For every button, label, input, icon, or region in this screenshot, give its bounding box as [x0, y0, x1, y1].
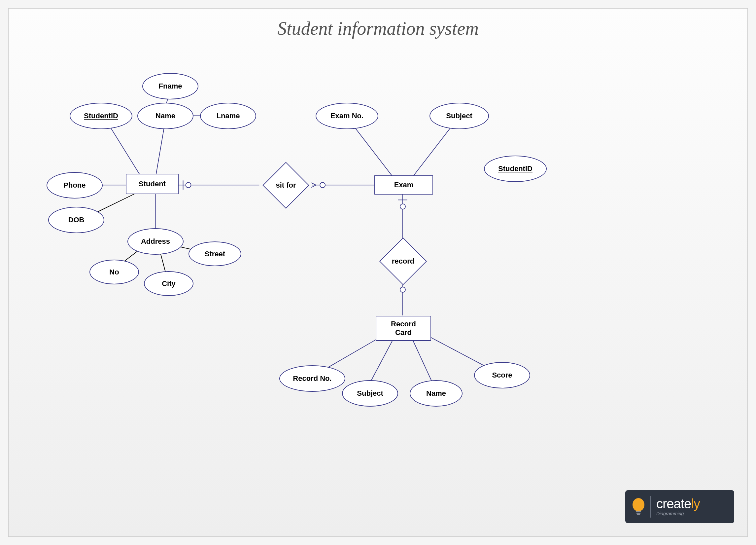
attr-studentid2: StudentID: [484, 155, 547, 182]
attr-score: Score: [474, 362, 530, 389]
attr-subject-rc: Subject: [342, 380, 398, 407]
attr-street: Street: [189, 241, 241, 266]
svg-rect-9: [637, 514, 640, 515]
svg-point-3: [400, 204, 405, 209]
bulb-icon: [631, 497, 646, 517]
attr-recordno: Record No.: [279, 365, 345, 392]
relationship-sitfor: sit for: [259, 169, 312, 202]
attr-address: Address: [127, 228, 184, 255]
entity-exam: Exam: [374, 175, 433, 194]
line-name-student: [155, 121, 165, 179]
attr-name-rc: Name: [410, 380, 463, 407]
entity-student: Student: [126, 174, 179, 194]
svg-rect-7: [636, 511, 641, 512]
attr-studentid: StudentID: [70, 103, 132, 129]
line-rc-subject: [368, 340, 393, 387]
attr-city: City: [144, 271, 193, 296]
relationship-record: record: [377, 243, 430, 280]
creately-logo: creately Diagramming: [625, 490, 734, 523]
attr-subject-exam: Subject: [430, 103, 489, 129]
svg-point-5: [400, 287, 405, 292]
attr-fname: Fname: [142, 73, 198, 99]
attr-name: Name: [137, 103, 193, 129]
svg-point-0: [186, 182, 191, 187]
attr-no: No: [89, 259, 139, 285]
svg-point-6: [633, 498, 644, 511]
svg-point-2: [320, 182, 325, 187]
svg-rect-8: [636, 513, 640, 514]
logo-divider: [650, 496, 651, 518]
attr-phone: Phone: [47, 172, 103, 198]
diagram-title: Student information system: [9, 18, 747, 39]
attr-dob: DOB: [48, 207, 104, 233]
line-rc-name: [413, 340, 434, 387]
logo-text: creately Diagramming: [656, 497, 700, 516]
entity-recordcard: Record Card: [376, 316, 431, 341]
attr-examno: Exam No.: [316, 103, 378, 129]
attr-lname: Lname: [200, 103, 256, 129]
diagram-canvas: Student information system: [8, 8, 748, 537]
